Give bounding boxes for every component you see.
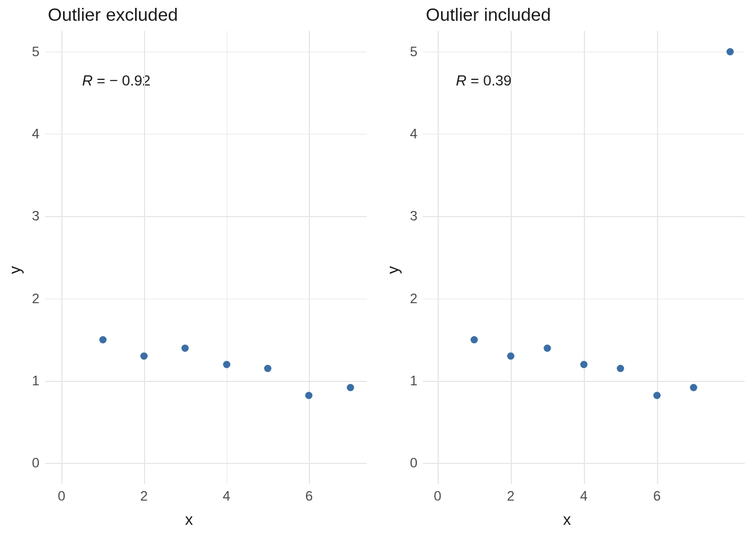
panel-outlier-excluded: Outlier excluded y x R = − 0.92 01234502… <box>0 0 378 540</box>
gridline-vertical <box>227 31 228 484</box>
gridline-vertical <box>438 31 439 484</box>
x-axis-label: x <box>563 511 571 529</box>
panel-title: Outlier excluded <box>48 4 178 25</box>
panel-title: Outlier included <box>426 4 551 25</box>
y-tick-label: 0 <box>410 455 423 471</box>
data-point <box>580 361 588 368</box>
x-tick-label: 2 <box>140 484 147 504</box>
annotation-symbol: R <box>82 72 93 89</box>
annotation-equals: = <box>471 72 483 89</box>
x-tick-label: 2 <box>507 484 514 504</box>
data-point <box>99 336 106 343</box>
y-tick-label: 5 <box>410 44 423 60</box>
annotation-equals: = <box>97 72 109 89</box>
data-point <box>471 336 478 343</box>
gridline-vertical <box>657 31 658 484</box>
plot-area: R = − 0.92 0123450246 <box>45 31 367 484</box>
panel-outlier-included: Outlier included y x R = 0.39 0123450246 <box>378 0 756 540</box>
data-point <box>544 344 551 352</box>
data-point <box>654 392 661 399</box>
data-point <box>617 365 624 372</box>
plot-area: R = 0.39 0123450246 <box>423 31 745 484</box>
gridline-vertical <box>144 31 145 484</box>
gridline-vertical <box>584 31 585 484</box>
gridline-horizontal <box>45 216 367 217</box>
y-axis-label: y <box>6 266 24 274</box>
x-axis-label: x <box>185 511 193 529</box>
data-point <box>264 365 272 372</box>
y-tick-label: 4 <box>32 126 45 142</box>
data-point <box>346 384 354 391</box>
gridline-horizontal <box>45 299 367 300</box>
y-tick-label: 2 <box>410 291 423 307</box>
y-tick-label: 2 <box>32 291 45 307</box>
gridline-horizontal <box>45 463 367 464</box>
data-point <box>507 353 515 360</box>
data-point <box>727 48 734 55</box>
gridline-horizontal <box>45 134 367 135</box>
data-point <box>690 384 698 391</box>
y-axis-label: y <box>384 266 402 274</box>
gridline-vertical <box>61 31 62 484</box>
data-point <box>223 361 230 368</box>
data-point <box>182 344 189 352</box>
x-tick-label: 0 <box>434 484 441 504</box>
y-tick-label: 0 <box>32 455 45 471</box>
x-tick-label: 6 <box>653 484 660 504</box>
annotation-symbol: R <box>456 72 467 89</box>
x-tick-label: 4 <box>580 484 587 504</box>
y-tick-label: 3 <box>410 208 423 224</box>
annotation-value: 0.39 <box>483 72 512 89</box>
gridline-horizontal <box>45 381 367 382</box>
y-tick-label: 4 <box>410 126 423 142</box>
correlation-annotation: R = 0.39 <box>456 72 512 89</box>
data-point <box>141 353 148 360</box>
y-tick-label: 3 <box>32 208 45 224</box>
gridline-vertical <box>511 31 512 484</box>
y-tick-label: 1 <box>32 373 45 389</box>
figure: Outlier excluded y x R = − 0.92 01234502… <box>0 0 756 540</box>
y-tick-label: 5 <box>32 44 45 60</box>
correlation-annotation: R = − 0.92 <box>82 72 150 89</box>
y-tick-label: 1 <box>410 373 423 389</box>
x-tick-label: 0 <box>58 484 65 504</box>
gridline-horizontal <box>45 52 367 53</box>
x-tick-label: 6 <box>305 484 313 504</box>
gridline-vertical <box>309 31 310 484</box>
x-tick-label: 4 <box>223 484 230 504</box>
data-point <box>305 392 313 399</box>
